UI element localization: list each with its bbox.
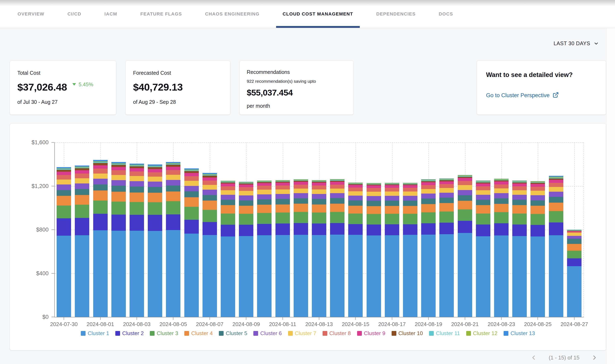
bar-segment-cluster-1 (567, 266, 582, 317)
tab-chaos-engineering[interactable]: CHAOS ENGINEERING (205, 0, 259, 28)
bar-segment-cluster-2 (367, 224, 381, 235)
bar-segment-cluster-7 (330, 189, 345, 193)
legend-item-cluster-11[interactable]: Cluster 11 (429, 330, 460, 337)
bar-2024-08-13[interactable] (312, 180, 326, 317)
bar-2024-08-24[interactable] (512, 181, 527, 317)
bar-segment-cluster-7 (512, 190, 527, 195)
bar-segment-cluster-3 (512, 214, 527, 224)
bar-2024-08-05[interactable] (166, 162, 181, 317)
legend-item-cluster-12[interactable]: Cluster 12 (466, 330, 498, 337)
legend-item-cluster-10[interactable]: Cluster 10 (391, 330, 423, 337)
bar-segment-cluster-7 (312, 189, 326, 194)
bar-segment-cluster-5 (330, 198, 345, 203)
y-tick (52, 186, 54, 186)
bar-segment-cluster-2 (549, 222, 563, 235)
bar-segment-cluster-5 (421, 198, 436, 204)
bar-2024-08-01[interactable] (93, 160, 108, 317)
bar-2024-08-14[interactable] (330, 179, 345, 317)
bar-segment-cluster-4 (330, 204, 345, 212)
bar-segment-cluster-7 (276, 189, 290, 194)
bar-2024-08-07[interactable] (203, 173, 217, 317)
bar-2024-07-31[interactable] (75, 166, 89, 317)
pagination-next-button[interactable] (591, 354, 598, 361)
bar-2024-08-26[interactable] (549, 176, 563, 317)
bar-2024-08-09[interactable] (239, 182, 253, 317)
bar-2024-08-11[interactable] (276, 180, 290, 317)
bar-segment-cluster-1 (239, 236, 253, 317)
legend-label: Cluster 10 (398, 330, 423, 337)
legend-label: Cluster 8 (329, 330, 351, 337)
bar-2024-07-30[interactable] (57, 167, 71, 317)
bar-segment-cluster-3 (476, 214, 490, 224)
legend-item-cluster-7[interactable]: Cluster 7 (288, 330, 316, 337)
bar-2024-08-12[interactable] (294, 179, 308, 317)
legend-item-cluster-8[interactable]: Cluster 8 (322, 330, 351, 337)
bar-segment-cluster-1 (276, 235, 290, 317)
tab-cloud-cost-management[interactable]: CLOUD COST MANAGEMENT (283, 0, 353, 28)
bar-segment-cluster-7 (75, 178, 89, 183)
bar-segment-cluster-1 (512, 236, 527, 317)
bar-2024-08-06[interactable] (184, 168, 199, 317)
bar-segment-cluster-5 (148, 187, 162, 193)
bar-segment-cluster-7 (112, 175, 126, 180)
bar-2024-08-27[interactable] (567, 230, 582, 317)
bar-segment-cluster-6 (567, 236, 582, 239)
time-range-dropdown[interactable]: LAST 30 DAYS (554, 40, 599, 46)
bar-segment-cluster-8 (130, 171, 144, 176)
bar-2024-08-18[interactable] (403, 183, 418, 317)
legend-swatch (466, 331, 471, 336)
tab-docs[interactable]: DOCS (439, 0, 453, 28)
scrollbar-gutter[interactable] (606, 28, 615, 364)
bar-segment-cluster-2 (512, 224, 527, 236)
bar-segment-cluster-1 (385, 235, 399, 317)
tab-dependencies[interactable]: DEPENDENCIES (376, 0, 416, 28)
bar-segment-cluster-3 (330, 212, 345, 223)
bar-2024-08-17[interactable] (385, 183, 399, 317)
bar-segment-cluster-4 (567, 244, 582, 251)
bar-segment-cluster-4 (439, 203, 454, 211)
legend-item-cluster-9[interactable]: Cluster 9 (357, 330, 385, 337)
bar-2024-08-02[interactable] (112, 162, 126, 317)
pagination-prev-button[interactable] (530, 354, 537, 361)
legend-item-cluster-1[interactable]: Cluster 1 (81, 330, 109, 337)
tab-feature-flags[interactable]: FEATURE FLAGS (140, 0, 182, 28)
bar-segment-cluster-5 (184, 191, 199, 197)
bar-2024-08-23[interactable] (494, 179, 509, 317)
x-tick (501, 317, 502, 320)
legend-item-cluster-5[interactable]: Cluster 5 (219, 330, 247, 337)
tab-iacm[interactable]: IACM (104, 0, 117, 28)
bar-2024-08-10[interactable] (257, 181, 272, 317)
legend-label: Cluster 11 (436, 330, 460, 337)
bar-2024-08-04[interactable] (148, 164, 162, 317)
legend-item-cluster-4[interactable]: Cluster 4 (184, 330, 213, 337)
bar-segment-cluster-6 (184, 186, 199, 191)
bar-2024-08-25[interactable] (531, 181, 545, 317)
bar-2024-08-08[interactable] (221, 181, 235, 317)
legend-item-cluster-2[interactable]: Cluster 2 (115, 330, 144, 337)
bar-2024-08-15[interactable] (348, 183, 363, 317)
bar-segment-cluster-1 (330, 235, 345, 317)
trend-down-icon (72, 83, 76, 86)
bar-segment-cluster-4 (494, 204, 509, 212)
bar-segment-cluster-5 (221, 200, 235, 205)
bar-2024-08-16[interactable] (367, 183, 381, 317)
bar-segment-cluster-8 (458, 181, 472, 185)
bar-2024-08-03[interactable] (130, 164, 144, 317)
tab-overview[interactable]: OVERVIEW (18, 0, 44, 28)
cluster-perspective-link[interactable]: Go to Cluster Perspective (486, 92, 597, 99)
legend-label: Cluster 9 (364, 330, 385, 337)
total-cost-change: 5.45% (79, 81, 93, 88)
legend-item-cluster-6[interactable]: Cluster 6 (253, 330, 282, 337)
bar-2024-08-21[interactable] (458, 175, 472, 317)
bar-segment-cluster-6 (367, 196, 381, 201)
bar-segment-cluster-2 (75, 218, 89, 235)
legend-item-cluster-3[interactable]: Cluster 3 (150, 330, 178, 337)
bar-2024-08-22[interactable] (476, 181, 490, 317)
x-axis-label: 2024-07-30 (50, 321, 78, 327)
bar-2024-08-20[interactable] (439, 179, 454, 317)
tab-ci-cd[interactable]: CI/CD (67, 0, 81, 28)
bar-segment-cluster-5 (93, 184, 108, 191)
pagination: (1 - 15) of 15 (530, 354, 598, 361)
bar-2024-08-19[interactable] (421, 179, 436, 317)
legend-item-cluster-13[interactable]: Cluster 13 (503, 330, 535, 337)
